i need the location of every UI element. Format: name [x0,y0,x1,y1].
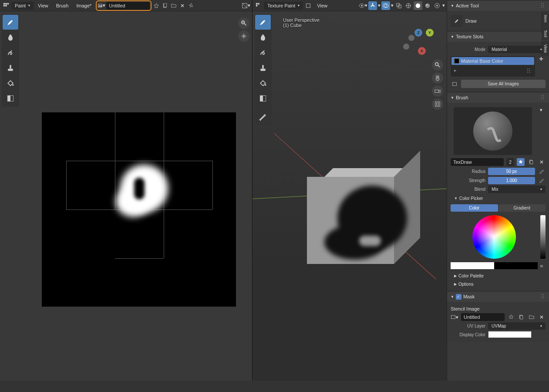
strength-field[interactable]: 1.000 [488,177,535,184]
tool-mask-3d[interactable] [255,91,271,106]
zoom-3d-icon[interactable] [432,59,443,71]
color-picker-header[interactable]: Color Picker [451,194,546,203]
uv-canvas[interactable] [42,112,236,307]
options-header[interactable]: Options [451,280,546,288]
color-palette-header[interactable]: Color Palette [451,272,546,280]
slot-expand-icon[interactable]: ▸⠿ [451,65,534,76]
blend-select[interactable]: Mix [488,186,546,193]
visibility-icon[interactable]: ▾ [359,1,367,10]
save-all-button[interactable]: Save All Images [461,80,546,88]
tool-draw[interactable] [3,15,18,30]
tool-clone[interactable] [3,61,18,75]
drag-handle-icon[interactable]: ⠿ [540,293,546,300]
stencil-browse-icon[interactable]: ▾ [451,313,458,321]
texture-slots-header[interactable]: Texture Slots⠿ [447,31,549,42]
overlay-toggle-icon[interactable] [381,1,390,10]
tool-smear[interactable] [3,45,18,60]
image-name-input[interactable] [106,2,150,10]
unlink-icon[interactable] [179,2,186,10]
fake-user-toggle[interactable] [517,158,525,166]
menu-view[interactable]: View [34,1,52,10]
tool-clone-3d[interactable] [255,61,271,75]
color-wheel[interactable] [472,215,516,259]
side-tab-item[interactable]: Item [542,11,549,26]
shading-rendered-icon[interactable] [433,1,441,10]
stencil-new-icon[interactable] [518,313,525,321]
brush-preset-dropdown-icon[interactable]: ▾ [537,105,546,114]
interaction-mode[interactable]: Texture Paint [264,2,303,10]
nav-gizmo[interactable]: Z Y X [403,29,434,59]
shading-matprev-icon[interactable] [423,1,432,10]
side-tab-view[interactable]: View [542,41,549,56]
viewport-dropdown-icon[interactable] [304,1,313,10]
unlink-brush-icon[interactable] [538,158,546,166]
strength-pressure-icon[interactable] [538,176,546,184]
tool-annotate[interactable] [255,109,271,124]
gizmo-z[interactable]: Z [414,29,422,37]
mode-select[interactable]: Material [488,46,546,53]
brush-name-input[interactable] [451,158,504,166]
pin-icon[interactable] [187,2,195,10]
gizmo-neg1[interactable] [403,44,409,50]
zoom-icon[interactable] [238,17,249,29]
menu-brush[interactable]: Brush [53,1,72,10]
secondary-color-swatch[interactable] [494,262,538,269]
menu-view-3d[interactable]: View [313,1,331,10]
cube-object[interactable] [307,168,416,273]
viewport-3d[interactable]: User Perspective (1) Cube Z Y X [253,11,447,381]
tool-fill-3d[interactable] [255,76,271,91]
tool-draw-3d[interactable] [255,15,271,30]
drag-handle-icon[interactable]: ⠿ [540,2,546,9]
svg-point-6 [99,5,100,6]
tool-fill[interactable] [3,76,18,91]
pan-3d-icon[interactable] [432,72,443,84]
perspective-toggle-icon[interactable] [432,98,443,110]
active-tool-header[interactable]: Active Tool⠿ [447,0,549,11]
display-color-swatch[interactable] [488,331,532,338]
swap-colors-icon[interactable] [538,262,546,270]
tool-mask[interactable] [3,91,18,106]
texture-slot-item[interactable]: Material Base Color [451,57,534,65]
gizmo-y[interactable]: Y [426,29,434,37]
gizmo-x[interactable]: X [418,47,426,55]
stencil-fakeuser-icon[interactable] [507,313,515,321]
duplicate-brush-icon[interactable] [527,158,535,166]
tool-soften[interactable] [3,30,18,45]
pan-icon[interactable] [238,30,249,42]
brush-header[interactable]: Brush⠿ [447,92,549,103]
save-image-icon[interactable] [451,80,458,88]
xray-icon[interactable] [394,1,403,10]
image-browse-icon[interactable]: ▾ [98,2,105,10]
fake-user-icon[interactable] [152,2,160,10]
mask-header[interactable]: Mask⠿ [447,291,549,302]
tool-soften-3d[interactable] [255,30,271,45]
stencil-open-icon[interactable] [528,313,536,321]
shading-solid-icon[interactable] [414,1,422,10]
mode-select[interactable]: Paint [11,2,34,10]
side-tab-tool[interactable]: Tool [542,27,549,41]
shading-wire-icon[interactable] [404,1,413,10]
tab-gradient[interactable]: Gradient [498,204,546,212]
display-channels-icon[interactable]: ▾ [242,1,250,10]
camera-icon[interactable] [432,85,443,97]
gizmo-toggle-icon[interactable] [368,1,377,10]
uv-layer-select[interactable]: UVMap [488,322,546,330]
new-image-icon[interactable] [161,2,169,10]
radius-pressure-icon[interactable] [538,167,546,175]
drag-handle-icon[interactable]: ⠿ [540,94,546,101]
open-image-icon[interactable] [170,2,178,10]
gizmo-neg2[interactable] [408,35,414,41]
menu-image[interactable]: Image* [73,1,95,10]
tool-smear-3d[interactable] [255,45,271,60]
radius-field[interactable]: 50 px [488,168,535,175]
editor-type-3d-icon[interactable] [254,1,263,10]
stencil-image-input[interactable] [461,313,505,321]
editor-type-icon[interactable] [2,1,10,10]
mask-checkbox[interactable] [456,294,461,300]
stencil-unlink-icon[interactable] [538,313,546,321]
tab-color[interactable]: Color [451,204,498,212]
brush-preview[interactable]: ʅ [454,107,532,155]
value-slider[interactable] [540,215,546,259]
primary-color-swatch[interactable] [451,262,494,269]
texture-slot-list[interactable]: Material Base Color ▸⠿ [451,56,535,77]
